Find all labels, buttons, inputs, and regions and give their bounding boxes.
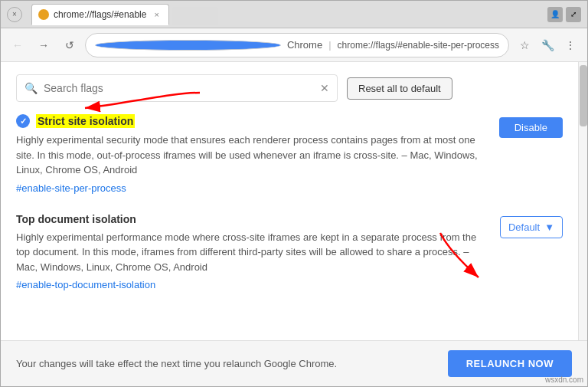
select-value: Default (508, 221, 540, 233)
bookmark-button[interactable]: ☆ (514, 34, 535, 56)
flag-item-strict-site-isolation: Strict site isolation Highly experimenta… (16, 114, 563, 195)
tab-bar: chrome://flags/#enable × (31, 4, 544, 25)
flag-control-area-2: Default ▼ (500, 213, 563, 238)
site-security-icon (95, 40, 281, 51)
site-name: Chrome (287, 39, 322, 51)
new-tab-button[interactable] (172, 7, 218, 25)
flag-info-left: Strict site isolation Highly experimenta… (16, 114, 487, 195)
url-display: chrome://flags/#enable-site-per-process (338, 40, 499, 51)
flag-anchor-link-2[interactable]: #enable-top-document-isolation (16, 279, 155, 290)
relaunch-now-button[interactable]: RELAUNCH NOW (448, 350, 572, 377)
reset-all-button[interactable]: Reset all to default (347, 77, 452, 100)
search-clear-button[interactable]: ✕ (320, 82, 329, 94)
flag-title: Strict site isolation (36, 114, 135, 128)
search-icon: 🔍 (24, 82, 38, 94)
flag-control-area: Disable (499, 114, 563, 138)
window-action-area: 👤 ⤢ (547, 7, 581, 22)
window-controls: × (7, 7, 22, 22)
page-content: 🔍 ✕ Reset all to default Strict site iso… (1, 62, 578, 340)
active-tab[interactable]: chrome://flags/#enable × (31, 4, 169, 25)
menu-button[interactable]: ⋮ (560, 34, 581, 56)
search-bar: 🔍 ✕ Reset all to default (16, 74, 563, 102)
back-button[interactable]: ← (7, 34, 28, 56)
maximize-icon[interactable]: ⤢ (566, 7, 581, 22)
flag-info-left-2: Top document isolation Highly experiment… (16, 213, 488, 292)
flag-description: Highly experimental security mode that e… (16, 133, 487, 178)
content-wrapper: 🔍 ✕ Reset all to default Strict site iso… (1, 62, 587, 340)
forward-button[interactable]: → (33, 34, 54, 56)
extensions-button[interactable]: 🔧 (537, 34, 558, 56)
tab-favicon (38, 9, 49, 20)
search-input[interactable] (44, 82, 314, 94)
reload-button[interactable]: ↺ (59, 34, 80, 56)
tab-title: chrome://flags/#enable (54, 9, 146, 20)
flag-description-2: Highly experimental performance mode whe… (16, 230, 488, 275)
flag-title-row: Strict site isolation (16, 114, 487, 128)
scrollbar[interactable] (578, 62, 587, 340)
disable-button[interactable]: Disable (499, 117, 563, 138)
flag-title-2: Top document isolation (16, 213, 136, 225)
user-icon[interactable]: 👤 (547, 7, 563, 22)
relaunch-message: Your changes will take effect the next t… (16, 358, 337, 369)
search-input-wrap[interactable]: 🔍 ✕ (16, 74, 338, 102)
flag-title-row-2: Top document isolation (16, 213, 488, 225)
flag-item-top-document-isolation: Top document isolation Highly experiment… (16, 213, 563, 292)
tab-close-button[interactable]: × (154, 10, 158, 19)
address-bar[interactable]: Chrome | chrome://flags/#enable-site-per… (85, 33, 509, 57)
navigation-bar: ← → ↺ Chrome | chrome://flags/#enable-si… (1, 28, 587, 62)
bottom-bar: Your changes will take effect the next t… (1, 340, 587, 386)
select-chevron-icon: ▼ (544, 221, 554, 233)
nav-action-buttons: ☆ 🔧 ⋮ (514, 34, 581, 56)
flag-anchor-link[interactable]: #enable-site-per-process (16, 182, 126, 194)
window-close-button[interactable]: × (7, 7, 22, 22)
url-separator: | (328, 39, 331, 51)
default-select[interactable]: Default ▼ (500, 216, 563, 238)
scrollbar-thumb[interactable] (580, 65, 587, 126)
title-bar: × chrome://flags/#enable × 👤 ⤢ (1, 1, 587, 28)
flag-enabled-icon (16, 114, 30, 128)
